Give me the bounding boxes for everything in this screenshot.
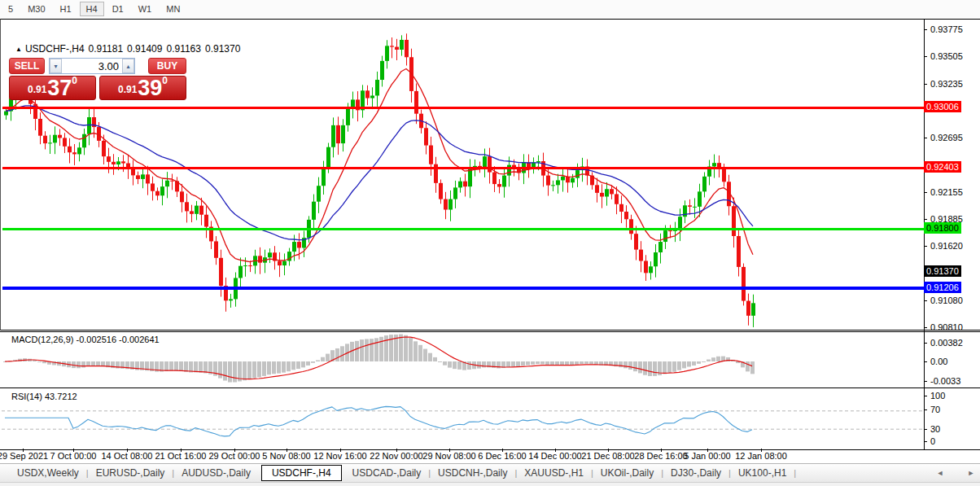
sell-price-point: 0	[72, 75, 77, 86]
time-label: 29 Oct 00:00	[209, 451, 260, 461]
horizontal-line-resistance-upper[interactable]	[2, 107, 924, 109]
time-label: 29 Nov 08:00	[422, 451, 475, 461]
price-badge-0.93006: 0.93006	[924, 101, 961, 112]
sell-price-digits: 37	[47, 78, 72, 98]
chart-header: ▲USDCHF-,H40.911810.914090.911630.91370	[15, 43, 244, 55]
tab-scroll-left-icon[interactable]: ◄	[934, 467, 946, 479]
timeframe-button-h1[interactable]: H1	[54, 2, 78, 16]
price-badge-0.91800: 0.91800	[924, 222, 961, 234]
macd-label: MACD(12,26,9) -0.002516 -0.002641	[11, 335, 160, 344]
timeframe-button-5[interactable]: 5	[2, 2, 20, 16]
price-badge-0.91206: 0.91206	[924, 282, 961, 293]
price-tick: 0.93505	[925, 50, 963, 62]
symbol-label: USDCHF-,H4	[25, 43, 85, 55]
buy-price-button[interactable]: 0.91 39 0	[99, 76, 186, 100]
time-label: 12 Nov 16:00	[313, 451, 366, 461]
status-strip	[0, 482, 980, 486]
volume-stepper: ▾ ▴	[49, 58, 135, 74]
ohlc-low: 0.91163	[166, 43, 201, 55]
price-axis: 0.937750.935050.932350.926950.921550.918…	[925, 0, 980, 456]
indicator-tick: 30	[925, 423, 940, 435]
symbol-tab-usdx[interactable]: USDX,Weekly	[10, 466, 86, 480]
symbol-tab-dj30[interactable]: DJ30-,Daily	[663, 466, 728, 480]
symbol-tab-usdchf[interactable]: USDCHF-,H4	[261, 465, 342, 481]
one-click-trade-panel: SELL ▾ ▴ BUY 0.91 37 0 0.91 39 0	[9, 58, 186, 100]
rsi-label: RSI(14) 43.7212	[11, 392, 77, 401]
symbol-tab-audusd[interactable]: AUDUSD-,Daily	[174, 466, 258, 480]
price-badge-0.92403: 0.92403	[924, 161, 961, 173]
sell-button[interactable]: SELL	[9, 58, 45, 74]
timeframe-toolbar: 5M30H1H4D1W1MN	[0, 0, 980, 18]
timeframe-button-d1[interactable]: D1	[106, 2, 130, 16]
indicator-tick: 0.00	[925, 356, 947, 367]
tab-scroll-right-icon[interactable]: ►	[965, 467, 977, 479]
time-label: 29 Sep 2021	[0, 451, 48, 461]
price-tick: 0.92695	[925, 132, 963, 143]
buy-price-prefix: 0.91	[118, 84, 137, 95]
time-label: 14 Dec 00:00	[528, 451, 581, 461]
price-badge-0.91370: 0.91370	[924, 265, 961, 277]
timeframe-button-m30[interactable]: M30	[21, 2, 51, 16]
time-label: 7 Oct 00:00	[50, 451, 97, 461]
buy-price-digits: 39	[138, 78, 162, 98]
price-tick: 0.93775	[925, 24, 963, 35]
time-label: 22 Nov 00:00	[370, 451, 422, 461]
terminal-window: 5M30H1H4D1W1MN ▲USDCHF-,H40.911810.91409…	[0, 0, 980, 486]
timeframe-button-w1[interactable]: W1	[132, 2, 159, 16]
horizontal-line-support-blue[interactable]	[2, 287, 924, 290]
symbol-tab-eurusd[interactable]: EURUSD-,Daily	[89, 466, 173, 480]
time-label: 21 Oct 16:00	[155, 451, 207, 461]
indicator-tick: -0.0033	[925, 375, 960, 387]
horizontal-line-resistance-lower[interactable]	[2, 167, 924, 169]
time-label: 6 Dec 16:00	[478, 451, 526, 461]
time-label: 5 Jan 00:00	[684, 451, 731, 461]
timeframe-button-mn[interactable]: MN	[160, 2, 186, 16]
symbol-tab-ukoil[interactable]: UKOil-,Daily	[593, 466, 661, 480]
symbol-tab-bar: USDX,Weekly|EURUSD-,Daily|AUDUSD-,DailyU…	[0, 463, 980, 482]
symbol-tab-xauusd[interactable]: XAUUSD-,H1	[517, 466, 591, 480]
symbol-tab-usdcad[interactable]: USDCAD-,Daily	[345, 466, 429, 480]
rsi-canvas[interactable]	[0, 388, 980, 448]
time-label: 14 Oct 08:00	[102, 451, 153, 461]
timeframe-button-h4[interactable]: H4	[80, 2, 104, 16]
indicator-tick: 0.00382	[925, 337, 963, 348]
buy-button[interactable]: BUY	[148, 58, 186, 74]
horizontal-line-support-green[interactable]	[2, 228, 924, 230]
tab-separator: |	[794, 468, 796, 478]
time-label: 28 Dec 16:00	[634, 451, 687, 461]
volume-increase-icon[interactable]: ▴	[122, 59, 134, 73]
price-tick: 0.92155	[925, 186, 963, 198]
volume-decrease-icon[interactable]: ▾	[50, 59, 62, 73]
time-axis: 29 Sep 20217 Oct 00:0014 Oct 08:0021 Oct…	[0, 449, 924, 463]
price-tick: 0.91080	[925, 295, 963, 306]
price-tick: 0.93235	[925, 78, 963, 90]
time-label: 5 Nov 08:00	[262, 451, 310, 461]
time-label: 21 Dec 08:00	[581, 451, 634, 461]
price-tick: 0.90810	[925, 322, 963, 333]
indicator-tick: 100	[925, 390, 945, 401]
sell-price-button[interactable]: 0.91 37 0	[9, 76, 96, 100]
price-tick: 0.91620	[925, 240, 963, 252]
sell-price-prefix: 0.91	[28, 84, 46, 95]
ohlc-close: 0.91370	[205, 43, 240, 55]
rsi-pane	[0, 387, 980, 450]
ohlc-high: 0.91409	[127, 43, 162, 55]
collapse-triangle-icon[interactable]: ▲	[15, 46, 22, 53]
time-label: 12 Jan 08:00	[735, 451, 787, 461]
main-chart-pane: ▲USDCHF-,H40.911810.914090.911630.91370 …	[0, 19, 980, 331]
symbol-tab-uk100[interactable]: UK100-,H1	[731, 466, 794, 480]
ohlc-open: 0.91181	[89, 43, 124, 55]
volume-input[interactable]	[62, 59, 122, 73]
indicator-tick: 0	[925, 436, 935, 447]
indicator-tick: 70	[925, 404, 940, 415]
symbol-tab-usdcnh[interactable]: USDCNH-,Daily	[431, 466, 514, 480]
buy-price-point: 0	[162, 75, 168, 86]
